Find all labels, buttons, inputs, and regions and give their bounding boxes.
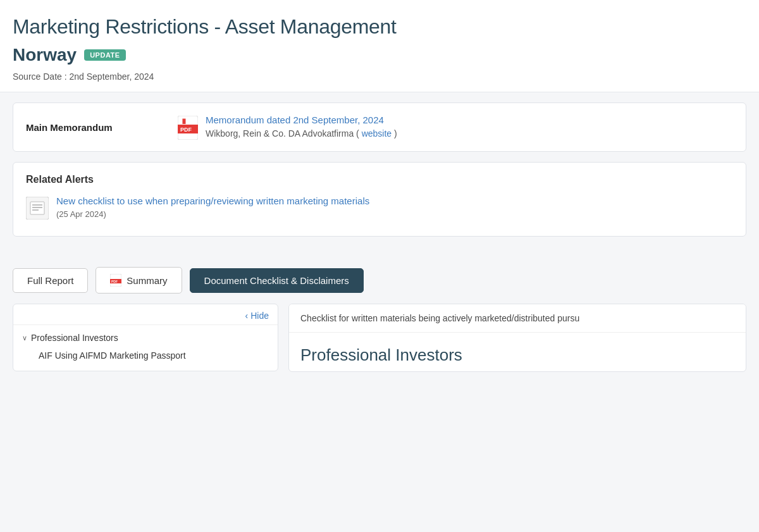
country-row: Norway UPDATE — [13, 45, 746, 65]
document-checklist-label: Document Checklist & Disclaimers — [204, 275, 349, 286]
source-date: Source Date : 2nd September, 2024 — [13, 71, 746, 82]
alert-link[interactable]: New checklist to use when preparing/revi… — [56, 195, 369, 206]
memorandum-label: Main Memorandum — [26, 122, 165, 133]
memorandum-details: Memorandum dated 2nd September, 2024 Wik… — [206, 114, 397, 139]
memorandum-card: Main Memorandum PDF ▐▌ Memorandum dated … — [13, 102, 746, 152]
svg-text:PDF: PDF — [111, 280, 118, 283]
content-section: Main Memorandum PDF ▐▌ Memorandum dated … — [0, 92, 759, 257]
nav-group-label: Professional Investors — [31, 333, 118, 343]
source-date-value: 2nd September, 2024 — [70, 71, 154, 82]
document-checklist-button[interactable]: Document Checklist & Disclaimers — [190, 268, 364, 293]
header-section: Marketing Restrictions - Asset Managemen… — [0, 0, 759, 92]
checklist-header: Checklist for written materials being ac… — [289, 304, 746, 333]
source-date-label: Source Date : — [13, 71, 67, 82]
hide-label: Hide — [250, 311, 269, 321]
memorandum-content: PDF ▐▌ Memorandum dated 2nd September, 2… — [178, 114, 397, 140]
pro-investors-title: Professional Investors — [289, 333, 746, 371]
sidebar-nav: ∨ Professional Investors AIF Using AIFMD… — [13, 325, 278, 371]
nav-sub-item-label: AIF Using AIFMD Marketing Passport — [39, 350, 186, 361]
full-report-label: Full Report — [27, 275, 73, 286]
memorandum-link[interactable]: Memorandum dated 2nd September, 2024 — [206, 114, 397, 125]
sidebar-panel: ‹ Hide ∨ Professional Investors AIF Usin… — [13, 304, 278, 371]
chevron-down-icon: ∨ — [22, 334, 27, 342]
source-text: Wikborg, Rein & Co. DA Advokatfirma ( — [206, 128, 359, 139]
summary-pdf-icon: PDF — [110, 274, 121, 287]
chevron-left-icon: ‹ — [245, 311, 249, 321]
pdf-icon: PDF ▐▌ — [178, 116, 198, 140]
summary-label: Summary — [126, 275, 167, 286]
bottom-section: ‹ Hide ∨ Professional Investors AIF Usin… — [0, 304, 759, 385]
related-alerts-card: Related Alerts New checklist to use when… — [13, 162, 746, 237]
page-wrapper: Marketing Restrictions - Asset Managemen… — [0, 0, 759, 532]
sidebar-hide-row: ‹ Hide — [13, 304, 278, 325]
svg-rect-5 — [30, 202, 44, 214]
related-alerts-title: Related Alerts — [26, 174, 733, 185]
alert-text-block: New checklist to use when preparing/revi… — [56, 195, 369, 219]
svg-text:PDF: PDF — [180, 127, 192, 133]
summary-button[interactable]: PDF Summary — [96, 267, 182, 294]
nav-sub-item-aif[interactable]: AIF Using AIFMD Marketing Passport — [22, 348, 269, 363]
page-title: Marketing Restrictions - Asset Managemen… — [13, 15, 746, 39]
source-suffix: ) — [394, 128, 397, 139]
alert-document-icon — [26, 197, 49, 220]
alert-date: (25 Apr 2024) — [56, 209, 106, 219]
country-name: Norway — [13, 45, 77, 65]
nav-group-professional-investors[interactable]: ∨ Professional Investors — [22, 333, 269, 343]
update-badge: UPDATE — [84, 49, 125, 61]
button-row: Full Report PDF Summary Document Checkli… — [0, 257, 759, 304]
main-content-panel: Checklist for written materials being ac… — [288, 304, 746, 372]
alert-item: New checklist to use when preparing/revi… — [26, 195, 733, 220]
memorandum-source: Wikborg, Rein & Co. DA Advokatfirma ( we… — [206, 128, 397, 139]
full-report-button[interactable]: Full Report — [13, 268, 88, 293]
hide-button[interactable]: ‹ Hide — [245, 311, 269, 321]
website-link[interactable]: website — [362, 128, 392, 139]
